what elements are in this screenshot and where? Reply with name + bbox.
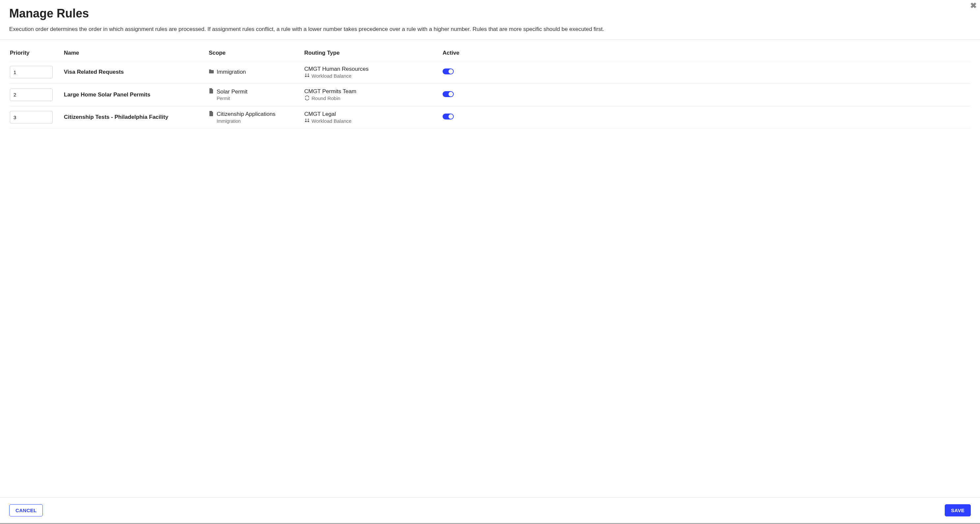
table-row: Large Home Solar Panel PermitsSolar Perm… [9,83,971,106]
table-row: Citizenship Tests - Philadelphia Facilit… [9,106,971,129]
rule-name: Large Home Solar Panel Permits [64,92,151,98]
scope-sub-text: Permit [217,96,298,101]
svg-point-2 [305,119,306,120]
column-header-name: Name [60,43,205,61]
workload-balance-icon [304,118,310,124]
svg-point-3 [307,119,309,120]
scope-sub-text: Immigration [217,119,298,124]
manage-rules-modal: ✖ Manage Rules Execution order determine… [0,0,980,524]
routing-team: CMGT Legal [304,111,436,118]
priority-input[interactable] [10,66,52,78]
priority-input[interactable] [10,111,52,124]
scope-main-text: Immigration [217,69,246,75]
active-toggle[interactable] [442,91,454,97]
column-header-routing-type: Routing Type [301,43,439,61]
active-toggle[interactable] [442,114,454,119]
modal-footer: CANCEL SAVE [0,497,980,524]
scope-main-text: Solar Permit [217,89,248,95]
column-header-active: Active [439,43,971,61]
routing-mode-text: Round Robin [312,95,340,101]
workload-balance-icon [304,73,310,79]
rule-name: Citizenship Tests - Philadelphia Facilit… [64,114,168,120]
column-header-scope: Scope [205,43,301,61]
table-row: Visa Related RequestsImmigrationCMGT Hum… [9,61,971,83]
routing-mode-text: Workload Balance [312,118,352,124]
close-icon[interactable]: ✖ [970,2,977,10]
routing-mode-text: Workload Balance [312,73,352,79]
cancel-button[interactable]: CANCEL [9,504,43,516]
svg-point-0 [305,73,306,75]
scope-main-text: Citizenship Applications [217,111,275,118]
svg-point-1 [307,73,309,75]
routing-team: CMGT Human Resources [304,66,436,72]
file-icon [209,111,214,118]
active-toggle[interactable] [442,68,454,75]
save-button[interactable]: SAVE [945,504,971,516]
rules-table: Priority Name Scope Routing Type Active … [9,43,971,129]
priority-input[interactable] [10,89,52,101]
routing-team: CMGT Permits Team [304,88,436,95]
page-title: Manage Rules [9,6,971,21]
folder-icon [209,69,214,75]
rule-name: Visa Related Requests [64,69,124,75]
round-robin-icon [304,95,310,102]
page-description: Execution order determines the order in … [9,25,971,33]
file-icon [209,88,214,95]
column-header-priority: Priority [9,43,60,61]
